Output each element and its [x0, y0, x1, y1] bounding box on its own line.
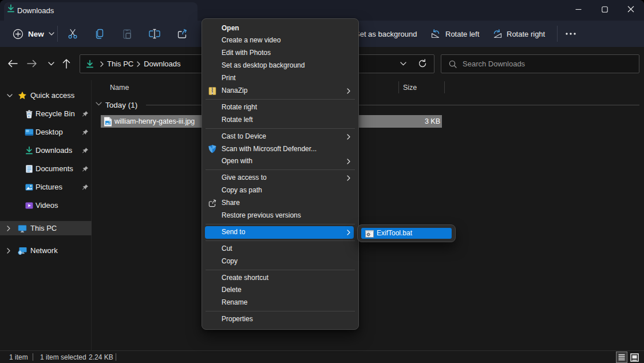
menu-item-give-access-to[interactable]: Give access to [205, 172, 354, 184]
rotate-left-icon [430, 29, 441, 39]
menu-separator [206, 240, 355, 241]
sidebar-item-this-pc[interactable]: This PC [0, 221, 92, 235]
sidebar-item-pictures[interactable]: Pictures [0, 180, 92, 194]
sidebar-item-desktop[interactable]: Desktop [0, 125, 92, 139]
sidebar-item-quick-access[interactable]: Quick access [0, 88, 92, 102]
search-box[interactable]: Search Downloads [441, 54, 639, 73]
menu-item-rotate-right[interactable]: Rotate right [205, 101, 354, 114]
menu-item-rename[interactable]: Rename [205, 297, 354, 309]
menu-item-share[interactable]: Share [205, 197, 354, 210]
see-more-button[interactable] [562, 25, 580, 43]
column-header-name[interactable]: Name [110, 81, 129, 94]
sidebar-item-network[interactable]: Network [0, 243, 92, 258]
menu-item-scan-with-microsoft-defender[interactable]: Scan with Microsoft Defender... [205, 143, 354, 156]
toolbar-divider-2 [557, 26, 558, 42]
maximize-button[interactable] [591, 0, 618, 18]
menu-separator [206, 99, 355, 100]
new-button[interactable]: New [8, 25, 59, 43]
column-header-size[interactable]: Size [403, 81, 417, 94]
this-pc-icon [18, 224, 27, 233]
close-icon [627, 6, 634, 13]
desktop-icon [25, 128, 34, 137]
chevron-collapsed-icon[interactable] [7, 248, 10, 254]
menu-item-open-with[interactable]: Open with [205, 155, 354, 168]
menu-item-delete[interactable]: Delete [205, 284, 354, 297]
pin-icon [82, 147, 89, 154]
menu-item-open[interactable]: Open [205, 22, 354, 35]
submenu-arrow-icon [347, 134, 350, 140]
window-controls [565, 0, 644, 18]
menu-separator [206, 128, 355, 129]
menu-item-cut[interactable]: Cut [205, 243, 354, 255]
thumbnail-view-button[interactable] [629, 352, 640, 363]
status-bar: 1 item 1 item selected 2.24 KB [0, 350, 644, 363]
menu-separator [206, 311, 355, 311]
up-button[interactable] [57, 54, 76, 73]
status-selection: 1 item selected [40, 351, 86, 363]
menu-separator [206, 224, 355, 224]
paste-button[interactable] [117, 26, 137, 42]
submenu-item-exiftool-bat[interactable]: ExifTool.bat [361, 228, 452, 239]
breadcrumb-this-pc[interactable]: This PC [104, 60, 137, 68]
sidebar-item-recycle-bin[interactable]: Recycle Bin [0, 106, 92, 121]
group-header-today[interactable]: Today (1) [92, 98, 644, 111]
sidebar-item-downloads[interactable]: Downloads [0, 143, 92, 157]
sidebar-label: Videos [35, 201, 58, 210]
rotate-left-button[interactable]: Rotate left [430, 25, 479, 43]
menu-item-cast-to-device[interactable]: Cast to Device [205, 131, 354, 143]
address-dropdown-button[interactable] [400, 62, 406, 66]
downloads-icon [6, 4, 15, 13]
sidebar-item-videos[interactable]: Videos [0, 198, 92, 212]
refresh-button[interactable] [418, 59, 427, 68]
minimize-button[interactable] [565, 0, 591, 18]
menu-item-copy[interactable]: Copy [205, 255, 354, 268]
chevron-expanded-icon[interactable] [96, 102, 102, 106]
chevron-collapsed-icon[interactable] [7, 226, 10, 231]
status-items-count: 1 item [9, 351, 28, 363]
minimize-icon [575, 6, 582, 13]
sidebar-label: Downloads [35, 146, 72, 155]
menu-item-edit-with-photos[interactable]: Edit with Photos [205, 47, 354, 60]
pin-icon [82, 184, 89, 191]
batch-file-icon [365, 230, 374, 238]
column-separator[interactable] [444, 81, 445, 93]
downloads-icon [25, 146, 34, 155]
copy-button[interactable] [89, 26, 110, 42]
details-view-button[interactable] [616, 352, 627, 363]
status-divider [33, 353, 33, 361]
menu-item-properties[interactable]: Properties [205, 313, 354, 326]
new-button-label: New [28, 30, 44, 38]
column-separator[interactable] [398, 81, 399, 93]
back-button[interactable] [3, 54, 22, 73]
titlebar: Downloads [0, 0, 644, 21]
forward-button[interactable] [23, 54, 41, 73]
menu-item-restore-previous-versions[interactable]: Restore previous versions [205, 210, 354, 222]
context-menu: Open Create a new video Edit with Photos… [202, 18, 359, 330]
menu-item-rotate-left[interactable]: Rotate left [205, 114, 354, 127]
rename-button[interactable] [144, 26, 165, 42]
menu-item-copy-as-path[interactable]: Copy as path [205, 184, 354, 197]
breadcrumb-downloads[interactable]: Downloads [140, 60, 184, 68]
menu-item-send-to[interactable]: Send to [205, 226, 354, 239]
documents-icon [25, 164, 34, 173]
chevron-down-icon [400, 62, 406, 66]
menu-separator [206, 169, 355, 170]
maximize-icon [602, 6, 608, 13]
plus-circle-icon [13, 29, 23, 40]
sidebar-item-documents[interactable]: Documents [0, 161, 92, 176]
pin-icon [82, 111, 89, 117]
menu-item-nanazip[interactable]: NanaZip [205, 85, 354, 97]
chevron-expanded-icon[interactable] [7, 94, 13, 97]
share-icon [176, 28, 188, 40]
cut-button[interactable] [62, 26, 83, 42]
downloads-icon [85, 60, 94, 69]
explorer-tab[interactable]: Downloads [4, 2, 197, 21]
menu-item-set-as-desktop-background[interactable]: Set as desktop background [205, 60, 354, 72]
menu-item-create-a-new-video[interactable]: Create a new video [205, 34, 354, 47]
rotate-right-button[interactable]: Rotate right [492, 25, 545, 43]
toolbar-divider [57, 26, 58, 42]
menu-item-create-shortcut[interactable]: Create shortcut [205, 272, 354, 285]
menu-item-print[interactable]: Print [205, 72, 354, 85]
share-button[interactable] [172, 26, 192, 42]
close-button[interactable] [618, 0, 644, 18]
